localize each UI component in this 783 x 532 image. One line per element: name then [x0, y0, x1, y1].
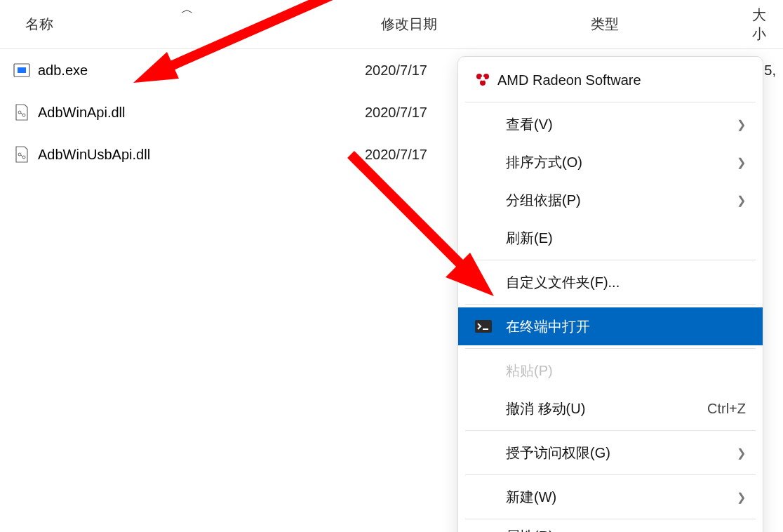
file-name: AdbWinApi.dll — [38, 105, 126, 121]
column-size[interactable]: 大小 — [735, 0, 783, 58]
column-type[interactable]: 类型 — [574, 1, 735, 48]
menu-item-new[interactable]: 新建(W) ❯ — [458, 478, 763, 516]
menu-item-amd-radeon[interactable]: AMD Radeon Software — [458, 61, 763, 99]
menu-label: 分组依据(P) — [475, 191, 737, 210]
file-list-header: 名称 ︿ 修改日期 类型 大小 — [0, 0, 783, 49]
chevron-right-icon: ❯ — [737, 194, 746, 207]
menu-label: 粘贴(P) — [475, 361, 746, 380]
file-size: 5, — [764, 62, 776, 79]
menu-item-group[interactable]: 分组依据(P) ❯ — [458, 181, 763, 219]
context-menu: AMD Radeon Software 查看(V) ❯ 排序方式(O) ❯ 分组… — [457, 56, 763, 532]
column-date-label: 修改日期 — [381, 16, 437, 32]
column-type-label: 类型 — [591, 16, 619, 32]
svg-point-10 — [480, 80, 486, 86]
menu-label: 撤消 移动(U) — [475, 399, 707, 418]
menu-separator — [465, 430, 756, 431]
menu-item-paste: 粘贴(P) — [458, 352, 763, 390]
menu-item-undo-move[interactable]: 撤消 移动(U) Ctrl+Z — [458, 390, 763, 427]
column-name[interactable]: 名称 ︿ — [0, 1, 364, 48]
chevron-right-icon: ❯ — [737, 491, 746, 504]
menu-separator — [465, 304, 756, 305]
menu-item-customize-folder[interactable]: 自定义文件夹(F)... — [458, 263, 763, 301]
menu-label: 授予访问权限(G) — [475, 444, 737, 463]
file-name: AdbWinUsbApi.dll — [38, 147, 150, 163]
menu-item-refresh[interactable]: 刷新(E) — [458, 219, 763, 257]
menu-separator — [465, 260, 756, 260]
sort-indicator-icon: ︿ — [181, 1, 194, 18]
column-date[interactable]: 修改日期 — [364, 1, 574, 48]
menu-separator — [465, 474, 756, 475]
menu-item-view[interactable]: 查看(V) ❯ — [458, 105, 763, 143]
menu-item-open-terminal[interactable]: 在终端中打开 — [458, 307, 763, 345]
terminal-icon — [475, 320, 497, 333]
column-size-label: 大小 — [752, 7, 766, 41]
svg-point-11 — [481, 77, 485, 81]
menu-label: 刷新(E) — [475, 229, 746, 248]
menu-item-sort[interactable]: 排序方式(O) ❯ — [458, 143, 763, 181]
dll-file-icon — [13, 103, 31, 121]
chevron-right-icon: ❯ — [737, 156, 746, 169]
chevron-right-icon: ❯ — [737, 118, 746, 131]
menu-separator — [465, 102, 756, 102]
column-name-label: 名称 — [25, 16, 53, 32]
menu-label: 查看(V) — [475, 115, 737, 134]
menu-label: 新建(W) — [475, 488, 737, 507]
exe-file-icon — [13, 61, 31, 79]
menu-shortcut: Ctrl+Z — [707, 401, 746, 417]
menu-separator — [465, 519, 756, 519]
file-name: adb.exe — [38, 62, 88, 79]
svg-rect-1 — [18, 67, 26, 73]
menu-label: 属性(R) — [475, 527, 746, 533]
dll-file-icon — [13, 145, 31, 164]
menu-label: 在终端中打开 — [497, 317, 746, 336]
menu-label: 自定义文件夹(F)... — [475, 273, 746, 292]
menu-separator — [465, 348, 756, 349]
menu-label: 排序方式(O) — [475, 153, 737, 172]
amd-radeon-icon — [475, 72, 497, 88]
svg-rect-12 — [475, 320, 492, 333]
chevron-right-icon: ❯ — [737, 446, 746, 460]
menu-item-grant-access[interactable]: 授予访问权限(G) ❯ — [458, 434, 763, 472]
menu-item-properties[interactable]: 属性(R) — [458, 522, 763, 532]
menu-label: AMD Radeon Software — [497, 72, 746, 88]
